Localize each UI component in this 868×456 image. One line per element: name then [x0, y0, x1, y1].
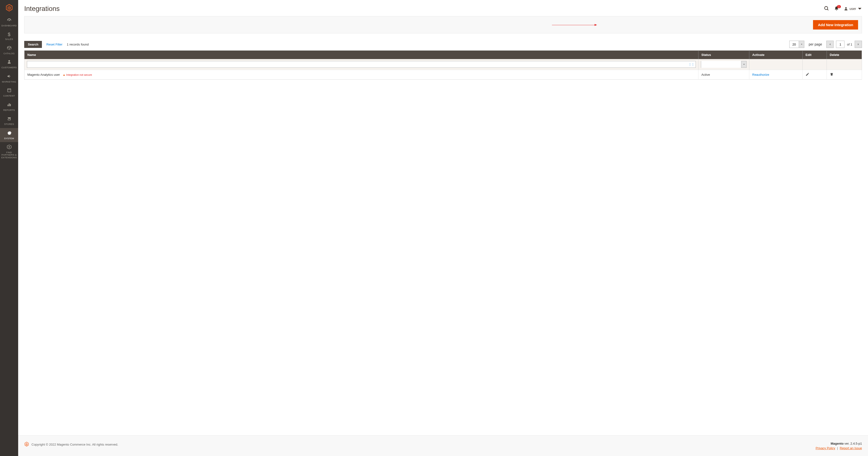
svg-point-7	[825, 6, 828, 9]
sidebar-item-partners[interactable]: FIND PARTNERS & EXTENSIONS	[0, 142, 18, 161]
store-icon	[7, 116, 11, 122]
table-header-row: Name Status Activate Edit Delete	[25, 51, 862, 59]
per-page-label: per page	[809, 42, 822, 46]
cell-delete	[827, 70, 862, 79]
sidebar-item-reports[interactable]: REPORTS	[0, 100, 18, 114]
sidebar-item-label: MARKETING	[2, 80, 16, 83]
col-status-header[interactable]: Status	[699, 51, 749, 59]
col-activate-header: Activate	[749, 51, 803, 59]
sidebar: DASHBOARD $ SALES CATALOG CUSTOMERS MARK…	[0, 0, 18, 456]
box-icon	[7, 45, 11, 52]
per-page-dropdown-button[interactable]	[799, 41, 804, 48]
annotation-arrow	[552, 25, 597, 25]
bar-chart-icon	[7, 102, 11, 108]
svg-rect-4	[9, 103, 9, 106]
sidebar-item-stores[interactable]: STORES	[0, 114, 18, 128]
svg-point-9	[845, 7, 847, 9]
sidebar-item-system[interactable]: SYSTEM	[0, 128, 18, 142]
svg-line-8	[827, 9, 829, 10]
username: user	[849, 7, 856, 11]
reauthorize-link[interactable]: Reauthorize	[752, 73, 769, 76]
svg-point-6	[8, 146, 10, 148]
trash-icon[interactable]	[830, 73, 834, 77]
next-page-button[interactable]	[855, 41, 862, 48]
separator: |	[837, 446, 838, 450]
main: Integrations 1 user Add New Integration …	[18, 0, 868, 456]
dollar-icon: $	[8, 32, 10, 37]
cell-name: Magento Analytics user ▲ Integration not…	[25, 70, 699, 79]
filter-icon[interactable]: ⋮⋮	[688, 63, 694, 66]
sidebar-item-customers[interactable]: CUSTOMERS	[0, 57, 18, 71]
col-delete-header: Delete	[827, 51, 862, 59]
footer-logo	[24, 442, 29, 447]
notification-bell-icon[interactable]: 1	[834, 6, 839, 11]
records-found: 1 records found	[67, 42, 89, 46]
warning-icon: ▲	[63, 73, 65, 76]
per-page-input[interactable]	[789, 41, 799, 48]
chevron-down-icon	[858, 6, 862, 11]
magento-logo[interactable]	[0, 0, 18, 15]
sidebar-item-label: FIND PARTNERS & EXTENSIONS	[1, 151, 18, 159]
page-icon	[7, 88, 11, 94]
sidebar-item-content[interactable]: CONTENT	[0, 86, 18, 99]
status-filter-select[interactable]	[701, 61, 747, 68]
version-text: ver. 2.4.5-p1	[843, 442, 862, 445]
person-icon	[7, 60, 11, 66]
sidebar-item-catalog[interactable]: CATALOG	[0, 43, 18, 57]
product-name: Magento	[831, 442, 843, 445]
page-input[interactable]	[836, 41, 844, 48]
sidebar-item-label: DASHBOARD	[1, 25, 17, 27]
status-filter-input[interactable]	[701, 61, 741, 68]
table-filter-row: ⋮⋮	[25, 59, 862, 70]
sidebar-item-label: CATALOG	[3, 52, 14, 55]
status-dropdown-button[interactable]	[741, 61, 746, 68]
action-bar: Add New Integration	[24, 16, 862, 33]
col-name-header[interactable]: Name	[25, 51, 699, 59]
notification-badge: 1	[837, 5, 841, 8]
cell-activate: Reauthorize	[749, 70, 803, 79]
sidebar-item-label: CUSTOMERS	[1, 66, 17, 69]
sidebar-item-label: SYSTEM	[4, 137, 14, 140]
megaphone-icon	[7, 74, 11, 80]
col-edit-header: Edit	[803, 51, 827, 59]
user-icon	[844, 6, 848, 11]
cell-edit	[803, 70, 827, 79]
per-page-select[interactable]	[789, 41, 804, 48]
svg-point-0	[8, 60, 10, 62]
pager: of 1	[826, 41, 862, 48]
reset-filter-link[interactable]: Reset Filter	[46, 42, 62, 46]
search-button[interactable]: Search	[24, 41, 42, 48]
page-of-label: of 1	[847, 42, 852, 46]
gauge-icon	[7, 18, 11, 24]
sidebar-item-label: STORES	[4, 123, 14, 125]
sidebar-item-label: SALES	[5, 38, 13, 40]
grid-controls: Search Reset Filter 1 records found per …	[24, 41, 862, 48]
page-title: Integrations	[24, 5, 60, 12]
edit-icon[interactable]	[806, 73, 809, 77]
svg-rect-3	[7, 104, 8, 106]
svg-rect-5	[10, 104, 11, 106]
header-actions: 1 user	[824, 6, 862, 12]
search-icon[interactable]	[824, 6, 829, 12]
integration-name: Magento Analytics user	[27, 73, 60, 76]
partners-icon	[7, 144, 11, 151]
name-filter-input[interactable]	[27, 61, 696, 68]
user-menu[interactable]: user	[844, 6, 862, 11]
prev-page-button[interactable]	[826, 41, 834, 48]
sidebar-item-dashboard[interactable]: DASHBOARD	[0, 15, 18, 29]
sidebar-item-sales[interactable]: $ SALES	[0, 29, 18, 43]
warning-text: Integration not secure	[66, 73, 92, 76]
privacy-policy-link[interactable]: Privacy Policy	[816, 446, 835, 450]
sidebar-item-marketing[interactable]: MARKETING	[0, 71, 18, 86]
table-row: Magento Analytics user ▲ Integration not…	[25, 70, 862, 79]
cell-status: Active	[699, 70, 749, 79]
sidebar-item-label: CONTENT	[3, 95, 15, 97]
copyright-text: Copyright © 2022 Magento Commerce Inc. A…	[31, 443, 118, 446]
integrations-table: Name Status Activate Edit Delete ⋮⋮	[24, 50, 862, 79]
add-new-integration-button[interactable]: Add New Integration	[813, 20, 858, 30]
gear-icon	[7, 130, 11, 136]
report-issue-link[interactable]: Report an Issue	[840, 446, 862, 450]
footer: Copyright © 2022 Magento Commerce Inc. A…	[18, 435, 868, 456]
svg-rect-1	[7, 89, 11, 92]
page-header: Integrations 1 user	[18, 0, 868, 16]
